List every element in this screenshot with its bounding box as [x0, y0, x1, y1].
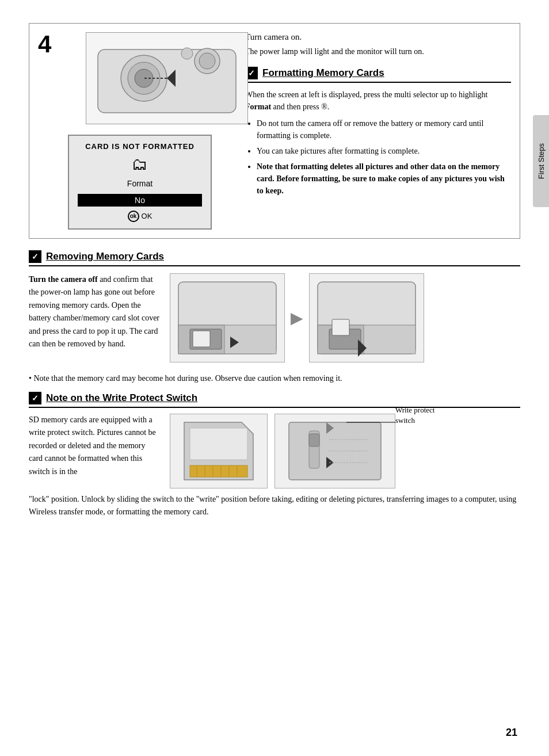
removing-note-text: Note that the memory card may become hot… [33, 374, 342, 383]
removing-content: Turn the camera off and confirm that the… [29, 273, 520, 362]
sd-card-svg [173, 417, 265, 486]
ok-row: ok OK [128, 211, 152, 222]
step4-instruction: Turn camera on. The power lamp will ligh… [245, 32, 511, 58]
wp-text: SD memory cards are equipped with a writ… [29, 414, 161, 478]
ok-badge: ok [128, 211, 139, 222]
camera-images: ▶ [170, 273, 520, 362]
camera-remove-svg2 [312, 276, 421, 360]
bullet-2: You can take pictures after formatting i… [257, 145, 511, 157]
write-protect-section: ✓ Note on the Write Protect Switch SD me… [29, 392, 520, 519]
arrow-between-images: ▶ [291, 308, 303, 327]
ok-label: OK [142, 212, 152, 220]
formatting-title: Formatting Memory Cards [262, 67, 384, 79]
wp-title: Note on the Write Protect Switch [46, 392, 197, 404]
step4-right: Turn camera on. The power lamp will ligh… [245, 32, 511, 230]
sd-card-illustration [170, 414, 268, 488]
wp-check-icon: ✓ [29, 392, 41, 404]
wp-bottom-text: "lock" position. Unlock by sliding the s… [29, 493, 520, 519]
sidebar-tab: First Steps [533, 115, 549, 207]
card-screen-icon: 🗂 [132, 155, 148, 174]
svg-rect-13 [193, 331, 210, 347]
camera-top-illustration [86, 32, 248, 124]
removing-check-icon: ✓ [29, 250, 41, 263]
svg-rect-32 [309, 434, 319, 446]
removing-header: ✓ Removing Memory Cards [29, 250, 520, 266]
step4-box: 4 [29, 23, 520, 239]
removing-text: Turn the camera off and confirm that the… [29, 273, 161, 362]
step4-left: 4 [38, 32, 234, 230]
removing-section: ✓ Removing Memory Cards Turn the camera … [29, 250, 520, 362]
wp-content: SD memory cards are equipped with a writ… [29, 414, 520, 488]
svg-rect-22 [190, 465, 247, 477]
power-lamp-text: The power lamp will light and the monito… [245, 45, 511, 58]
no-menu-item: No [78, 194, 202, 207]
switch-area: Write protect switch [274, 414, 395, 488]
formatting-bullets: Do not turn the camera off or remove the… [245, 117, 511, 197]
svg-point-5 [199, 53, 215, 69]
formatting-intro: When the screen at left is displayed, pr… [245, 89, 511, 113]
bold-note: Note that formatting deletes all picture… [257, 162, 505, 195]
wp-images-area: Write protect switch [170, 414, 520, 488]
bullet-1: Do not turn the camera off or remove the… [257, 117, 511, 142]
removing-title: Removing Memory Cards [46, 251, 164, 262]
wp-label-line [346, 411, 398, 434]
formatting-header: ✓ Formatting Memory Cards [245, 67, 511, 83]
camera-remove-img1 [170, 273, 285, 362]
turn-off-bold: Turn the camera off [29, 275, 98, 284]
camera-remove-svg1 [173, 276, 282, 360]
card-screen-title: CARD IS NOT FORMATTED [85, 142, 195, 151]
camera-top-svg [86, 35, 247, 121]
svg-rect-29 [190, 428, 247, 460]
bullet-3: Note that formatting deletes all picture… [257, 161, 511, 197]
svg-point-6 [181, 48, 193, 59]
step4-inner: 4 [38, 32, 511, 230]
camera-remove-img2 [309, 273, 424, 362]
wp-switch-label: Write protect switch [395, 405, 447, 426]
sidebar-label: First Steps [537, 143, 546, 179]
step-number: 4 [38, 32, 51, 56]
card-not-formatted-screen: CARD IS NOT FORMATTED 🗂 Format No ok OK [68, 135, 212, 230]
page: First Steps 4 [0, 0, 549, 756]
format-menu-item: Format [78, 177, 202, 190]
svg-rect-19 [332, 319, 349, 335]
page-number: 21 [506, 727, 517, 739]
removing-note: • Note that the memory card may become h… [29, 374, 520, 383]
turn-camera-on: Turn camera on. [245, 32, 511, 42]
